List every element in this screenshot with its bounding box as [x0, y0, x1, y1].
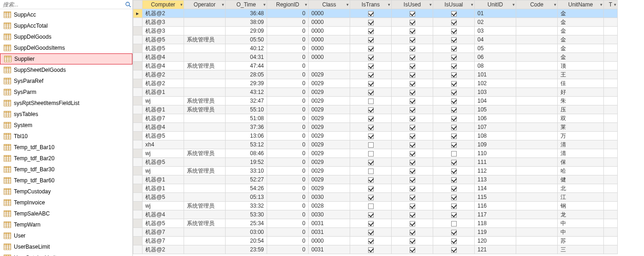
cell-t[interactable]: [604, 202, 618, 210]
checkbox-icon[interactable]: [451, 204, 457, 209]
checkbox-icon[interactable]: [368, 239, 374, 244]
cell-computer[interactable]: 机器@2: [143, 245, 184, 254]
checkbox-icon[interactable]: [368, 247, 374, 253]
cell-isusual[interactable]: [433, 79, 475, 88]
table-row[interactable]: 机器@4 37:3600029107莱: [133, 123, 618, 132]
sidebar-item-usercataloglimit[interactable]: UserCatalogLimit: [0, 252, 132, 256]
cell-computer[interactable]: wj: [143, 167, 184, 175]
checkbox-icon[interactable]: [451, 90, 457, 95]
row-selector[interactable]: [133, 105, 143, 114]
cell-t[interactable]: [604, 219, 618, 228]
checkbox-icon[interactable]: [451, 81, 457, 87]
cell-operator[interactable]: [184, 79, 226, 88]
cell-t[interactable]: [604, 35, 618, 44]
checkbox-icon[interactable]: [451, 239, 457, 244]
cell-isused[interactable]: [392, 193, 433, 202]
cell-computer[interactable]: 机器@5: [143, 35, 184, 44]
table-row[interactable]: 机器@1系统管理员55:1000029105压: [133, 105, 618, 114]
checkbox-icon[interactable]: [410, 151, 415, 157]
cell-regionid[interactable]: 0: [267, 140, 309, 149]
cell-t[interactable]: [604, 62, 618, 70]
table-row[interactable]: 机器@1 54:2600029114北: [133, 184, 618, 193]
checkbox-icon[interactable]: [451, 64, 457, 69]
cell-isusual[interactable]: [433, 70, 475, 79]
checkbox-icon[interactable]: [368, 46, 374, 52]
row-selector[interactable]: [133, 184, 143, 193]
cell-unitname[interactable]: 健: [558, 175, 604, 184]
cell-isused[interactable]: [392, 114, 433, 123]
row-selector[interactable]: [133, 44, 143, 53]
cell-isusual[interactable]: [433, 140, 475, 149]
cell-computer[interactable]: 机器@1: [143, 88, 184, 97]
col-header-unitname[interactable]: UnitName▾: [558, 0, 604, 9]
cell-istrans[interactable]: [350, 44, 392, 53]
cell-operator[interactable]: 系统管理员: [184, 219, 226, 228]
cell-computer[interactable]: 机器@7: [143, 114, 184, 123]
sidebar-item-sysrptsheetitemsfieldlist[interactable]: sysRptSheetItemsFieldList: [0, 98, 132, 109]
cell-unitname[interactable]: 压: [558, 105, 604, 114]
checkbox-icon[interactable]: [451, 142, 457, 148]
cell-isusual[interactable]: [433, 175, 475, 184]
cell-t[interactable]: [604, 105, 618, 114]
checkbox-icon[interactable]: [410, 186, 415, 192]
checkbox-icon[interactable]: [368, 177, 374, 183]
cell-class[interactable]: 0029: [309, 167, 350, 175]
cell-unitname[interactable]: 龙: [558, 210, 604, 219]
table-row[interactable]: 机器@2 29:3900029102佳: [133, 79, 618, 88]
cell-operator[interactable]: 系统管理员: [184, 97, 226, 105]
col-header-code[interactable]: Code▾: [516, 0, 558, 9]
cell-computer[interactable]: wj: [143, 97, 184, 105]
cell-regionid[interactable]: 0: [267, 132, 309, 140]
cell-code[interactable]: [516, 193, 558, 202]
checkbox-icon[interactable]: [368, 116, 374, 122]
table-row[interactable]: 机器@2 28:0500029101王: [133, 70, 618, 79]
cell-code[interactable]: [516, 35, 558, 44]
col-header-isused[interactable]: IsUsed▾: [392, 0, 433, 9]
cell-regionid[interactable]: 0: [267, 245, 309, 254]
cell-isusual[interactable]: [433, 245, 475, 254]
cell-operator[interactable]: 系统管理员: [184, 149, 226, 158]
cell-unitid[interactable]: 118: [475, 219, 516, 228]
checkbox-icon[interactable]: [451, 29, 457, 34]
cell-unitid[interactable]: 104: [475, 97, 516, 105]
cell-unitname[interactable]: 佳: [558, 79, 604, 88]
cell-class[interactable]: 0000: [309, 44, 350, 53]
cell-code[interactable]: [516, 228, 558, 237]
cell-isused[interactable]: [392, 158, 433, 167]
cell-isused[interactable]: [392, 97, 433, 105]
cell-class[interactable]: 0000: [309, 18, 350, 27]
table-row[interactable]: 机器@4系统管理员47:44008顶: [133, 62, 618, 70]
cell-regionid[interactable]: 0: [267, 88, 309, 97]
cell-isusual[interactable]: [433, 237, 475, 245]
sidebar-item-tempcustoday[interactable]: TempCustoday: [0, 186, 132, 197]
checkbox-icon[interactable]: [368, 221, 374, 227]
cell-computer[interactable]: 机器@1: [143, 184, 184, 193]
cell-istrans[interactable]: [350, 167, 392, 175]
cell-operator[interactable]: 系统管理员: [184, 35, 226, 44]
cell-istrans[interactable]: [350, 97, 392, 105]
cell-class[interactable]: [309, 62, 350, 70]
cell-class[interactable]: 0028: [309, 202, 350, 210]
cell-regionid[interactable]: 0: [267, 79, 309, 88]
cell-computer[interactable]: xh4: [143, 140, 184, 149]
checkbox-icon[interactable]: [368, 204, 374, 209]
cell-computer[interactable]: 机器@1: [143, 175, 184, 184]
cell-t[interactable]: [604, 140, 618, 149]
cell-regionid[interactable]: 0: [267, 219, 309, 228]
cell-regionid[interactable]: 0: [267, 237, 309, 245]
cell-otime[interactable]: 52:27: [226, 175, 267, 184]
cell-unitname[interactable]: 金: [558, 9, 604, 18]
cell-unitname[interactable]: 王: [558, 70, 604, 79]
cell-operator[interactable]: 系统管理员: [184, 167, 226, 175]
checkbox-icon[interactable]: [410, 134, 415, 139]
col-header-o_time[interactable]: O_Time▾: [226, 0, 267, 9]
cell-isusual[interactable]: [433, 228, 475, 237]
cell-class[interactable]: 0029: [309, 175, 350, 184]
cell-isused[interactable]: [392, 79, 433, 88]
cell-otime[interactable]: 40:12: [226, 44, 267, 53]
cell-operator[interactable]: [184, 114, 226, 123]
cell-isused[interactable]: [392, 88, 433, 97]
table-row[interactable]: 机器@3 29:090000003金: [133, 27, 618, 35]
cell-istrans[interactable]: [350, 53, 392, 62]
row-selector[interactable]: [133, 202, 143, 210]
